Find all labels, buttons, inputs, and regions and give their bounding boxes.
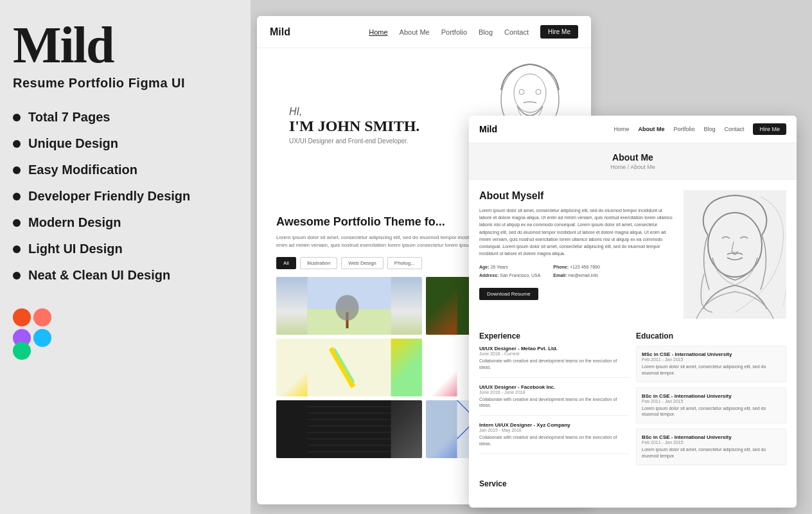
nav-logo-1: Mild xyxy=(270,26,290,38)
bullet-icon xyxy=(13,114,21,121)
download-resume-button[interactable]: Download Resume xyxy=(479,288,538,300)
about-columns: Experience UI/UX Designer - Metao Pvt. L… xyxy=(469,332,797,477)
nav-link-contact[interactable]: Contact xyxy=(504,28,529,36)
service-title: Service xyxy=(469,479,797,488)
feature-label: Light UI Design xyxy=(28,242,123,256)
meta-email: Email: me@email.info xyxy=(553,272,600,280)
exp-item-1: UI/UX Designer - Metao Pvt. Ltd. June 20… xyxy=(479,346,630,378)
feature-label: Easy Modification xyxy=(28,163,137,177)
about-portrait xyxy=(684,190,786,321)
exp-company-2: UI/UX Designer - Facebook Inc. xyxy=(479,384,630,390)
about-text: Lorem ipsum dolor sit amet, consectetur … xyxy=(479,207,673,257)
nav-link-home[interactable]: Home xyxy=(369,28,387,36)
nav-link-portfolio[interactable]: Portfolio xyxy=(441,28,467,36)
svg-rect-1 xyxy=(33,308,51,326)
nav2-blog[interactable]: Blog xyxy=(703,126,715,132)
exp-desc-2: Collaborate with creative and developmen… xyxy=(479,396,630,409)
nav2-contact[interactable]: Contact xyxy=(724,126,744,132)
about-left: About Myself Lorem ipsum dolor sit amet,… xyxy=(479,190,673,321)
list-item: Unique Design xyxy=(13,136,231,151)
feature-label: Developer Friendly Design xyxy=(28,189,190,204)
bullet-icon xyxy=(13,140,21,148)
list-item: Easy Modification xyxy=(13,163,231,177)
portrait-svg-2 xyxy=(684,190,786,319)
hire-button-2[interactable]: Hire Me xyxy=(753,123,786,135)
about-meta: Age: 26 Years Address: San Francisco, US… xyxy=(479,263,673,279)
exp-date-1: June 2018 - Current xyxy=(479,351,630,356)
svg-rect-0 xyxy=(13,308,31,326)
edu-desc-1: Lorem ipsum dolor sit amet, consectetur … xyxy=(642,364,781,377)
hero-name: I'M JOHN SMITH. xyxy=(289,118,419,135)
svg-point-6 xyxy=(514,74,546,112)
bullet-icon xyxy=(13,245,21,253)
breadcrumb-bar: About Me Home / About Me xyxy=(469,143,797,180)
exp-date-2: June 2016 - June 2018 xyxy=(479,390,630,394)
edu-desc-2: Lorem ipsum dolor sit amet, consectetur … xyxy=(642,405,781,418)
experience-column: Experience UI/UX Designer - Metao Pvt. L… xyxy=(479,332,630,470)
svg-rect-24 xyxy=(308,400,391,458)
bullet-icon xyxy=(13,219,21,227)
exp-company-3: Intern UI/UX Designer - Xyz Company xyxy=(479,422,630,428)
nav-link-about[interactable]: About Me xyxy=(400,28,430,36)
about-myself-title: About Myself xyxy=(479,190,673,202)
portfolio-item-dark[interactable] xyxy=(276,400,422,458)
svg-point-7 xyxy=(519,89,524,94)
about-content: About Myself Lorem ipsum dolor sit amet,… xyxy=(469,180,797,332)
edu-degree-2: BSc in CSE - International University xyxy=(642,393,781,399)
edu-item-2: BSc in CSE - International University Fe… xyxy=(636,387,786,424)
browser-window-2: Mild Home About Me Portfolio Blog Contac… xyxy=(469,116,797,508)
brand-title: Mild xyxy=(13,19,231,71)
feature-label: Neat & Clean UI Design xyxy=(28,268,170,283)
edu-item-1: MSc in CSE - International University Fe… xyxy=(636,346,786,382)
feature-label: Total 7 Pages xyxy=(28,110,110,125)
nav2-home[interactable]: Home xyxy=(613,126,629,132)
list-item: Neat & Clean UI Design xyxy=(13,268,231,283)
navbar-1: Mild Home About Me Portfolio Blog Contac… xyxy=(257,16,591,48)
hero-greeting: HI, xyxy=(289,106,302,118)
edu-desc-3: Lorem ipsum dolor sit amet, consectetur … xyxy=(642,447,781,459)
exp-item-3: Intern UI/UX Designer - Xyz Company Jan … xyxy=(479,422,630,454)
meta-phone: Phone: +123 456 7890 xyxy=(553,263,600,272)
nav-links-1: Home About Me Portfolio Blog Contact Hir… xyxy=(369,25,578,39)
portfolio-item-tree[interactable] xyxy=(276,277,422,335)
nav-link-blog[interactable]: Blog xyxy=(479,28,493,36)
hero-role: UX/UI Designer and Front-end Developer. xyxy=(289,137,409,145)
filter-all[interactable]: All xyxy=(276,257,296,269)
nav-links-2: Home About Me Portfolio Blog Contact Hir… xyxy=(613,123,786,135)
figma-icon xyxy=(13,308,51,360)
svg-point-12 xyxy=(336,295,359,321)
education-title: Education xyxy=(636,332,786,341)
edu-date-3: Feb 2011 - Jan 2015 xyxy=(642,440,781,445)
edu-degree-3: BSc in CSE - International University xyxy=(642,434,781,440)
list-item: Total 7 Pages xyxy=(13,110,231,125)
preview-area: Mild Home About Me Portfolio Blog Contac… xyxy=(251,0,812,514)
svg-point-4 xyxy=(33,329,51,347)
feature-label: Modern Design xyxy=(28,215,121,230)
bullet-icon xyxy=(13,166,21,174)
svg-rect-3 xyxy=(13,342,31,360)
bullet-icon xyxy=(13,272,21,279)
filter-photo[interactable]: Photog... xyxy=(387,257,422,269)
hire-button-1[interactable]: Hire Me xyxy=(540,25,578,39)
portfolio-item-pen[interactable] xyxy=(276,339,422,396)
breadcrumb-title: About Me xyxy=(482,152,784,163)
svg-rect-17 xyxy=(308,339,391,396)
list-item: Developer Friendly Design xyxy=(13,189,231,204)
features-list: Total 7 Pages Unique Design Easy Modific… xyxy=(13,110,231,283)
nav2-portfolio[interactable]: Portfolio xyxy=(673,126,694,132)
navbar-2: Mild Home About Me Portfolio Blog Contac… xyxy=(469,116,797,143)
nav-logo-2: Mild xyxy=(479,124,497,134)
svg-point-8 xyxy=(536,89,541,94)
edu-date-2: Feb 2011 - Jan 2015 xyxy=(642,399,781,403)
filter-illustration[interactable]: Illustration xyxy=(300,257,337,269)
experience-title: Experience xyxy=(479,332,630,341)
filter-webdesign[interactable]: Web Design xyxy=(341,257,383,269)
edu-degree-1: MSc in CSE - International University xyxy=(642,351,781,357)
exp-desc-1: Collaborate with creative and developmen… xyxy=(479,358,630,371)
left-panel: Mild Resume Portfolio Figma UI Total 7 P… xyxy=(0,0,251,514)
figma-logo xyxy=(13,308,231,360)
exp-item-2: UI/UX Designer - Facebook Inc. June 2016… xyxy=(479,384,630,416)
nav2-about[interactable]: About Me xyxy=(638,126,664,132)
breadcrumb-path: Home / About Me xyxy=(482,164,784,170)
brand-subtitle: Resume Portfolio Figma UI xyxy=(13,76,231,91)
